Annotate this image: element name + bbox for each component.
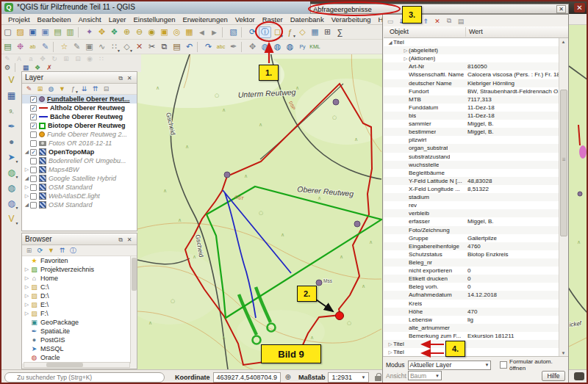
result-row-begleitb-ume[interactable]: Begleitbäume — [384, 169, 559, 177]
layer-checkbox[interactable]: ✓ — [30, 149, 37, 156]
deselect-all-icon[interactable]: ◇ — [296, 26, 309, 38]
map-tips-icon[interactable]: ✎ — [39, 41, 51, 53]
vertex-tool-icon[interactable]: ◇▼ — [121, 41, 133, 53]
add-wcs-icon[interactable]: ◍ — [4, 181, 19, 195]
print-response-icon[interactable]: ▤ — [455, 16, 467, 26]
modus-select[interactable]: Aktueller Layer▼ — [408, 361, 492, 370]
browser-item-home[interactable]: ▷⌂Home — [22, 274, 137, 283]
clear-results-icon[interactable]: ✕ — [431, 16, 443, 26]
result-row-beleg-vorh[interactable]: Beleg vorh.0 — [384, 283, 559, 291]
open-attribute-table-icon[interactable]: ▦ — [309, 26, 321, 38]
result-row-alte-artnummer[interactable]: alte_artnummer — [384, 324, 559, 332]
layer-checkbox[interactable] — [30, 202, 37, 209]
label-options-icon[interactable]: abc — [215, 41, 227, 53]
result-row-bis[interactable]: bis11-Dez-18 — [384, 112, 559, 120]
expander-icon[interactable]: ▷ — [24, 275, 30, 281]
float-panel-icon[interactable]: ⧉ — [116, 73, 125, 81]
layer-item-opentopomap[interactable]: ◢✓OpenTopoMap — [22, 148, 137, 156]
manage-map-themes-icon[interactable]: ◍ — [46, 84, 57, 94]
browser-item-geopackage[interactable]: ▣GeoPackage — [22, 318, 137, 327]
result-row-funddatum[interactable]: Funddatum11-Dez-18 — [384, 104, 559, 112]
layer-checkbox[interactable]: ✓ — [30, 114, 37, 120]
add-mssql-icon[interactable]: ➤▼ — [4, 151, 19, 164]
menu-item-layer[interactable]: Layer — [105, 15, 130, 23]
result-row-aufnahmedatum[interactable]: Aufnahmedatum14.12.2018 — [384, 291, 559, 299]
add-selected-layers-icon[interactable]: ⊞ — [24, 246, 35, 256]
result-row-aktionen[interactable]: ▷(Aktionen) — [384, 54, 559, 62]
menu-item-vektor[interactable]: Vektor — [232, 15, 259, 23]
hilfe-button[interactable]: Hilfe — [542, 371, 565, 381]
layer-item-osm-standard[interactable]: ◢OSM Standard — [22, 200, 137, 209]
add-wms-icon[interactable]: ◍▼ — [4, 166, 19, 179]
menu-item-projekt[interactable]: Projekt — [4, 15, 34, 23]
result-row-lebensw[interactable]: Lebenswlig — [384, 316, 559, 324]
expander-icon[interactable]: ▷ — [387, 341, 393, 347]
label-hide-icon[interactable]: a — [25, 55, 37, 63]
zoom-next-icon[interactable]: ► — [208, 26, 220, 38]
layer-item-biotope-oberer-reutweg[interactable]: ✓Biotope Oberer Reutweg — [22, 121, 137, 130]
result-row-nicht-exportieren[interactable]: nicht exportieren0 — [384, 267, 559, 275]
dropdown-arrow-icon[interactable]: ▼ — [15, 175, 19, 179]
cut-features-icon[interactable]: ✂ — [146, 41, 158, 53]
new-project-icon[interactable]: ▢ — [1, 26, 14, 38]
style-manager-icon[interactable]: ✦ — [83, 26, 96, 38]
plugin-tool-4-icon[interactable]: ✗ — [43, 64, 55, 72]
kml-tools-icon[interactable]: KML — [309, 41, 321, 53]
add-feature-icon[interactable]: ∷▼ — [108, 41, 121, 53]
delete-selected-icon[interactable]: ✕ — [133, 41, 146, 53]
result-row-substratzustand[interactable]: substratzustand — [384, 153, 559, 161]
float-panel-icon[interactable]: ⧉ — [116, 235, 125, 243]
undo-icon[interactable]: ↶ — [183, 41, 196, 53]
collapse-all-icon[interactable]: ⇈ — [90, 84, 101, 94]
browser-item-favoriten[interactable]: ★Favoriten — [22, 256, 137, 265]
plugin-tool-3-icon[interactable]: ❖ — [32, 64, 43, 72]
plugin-tool-1-icon[interactable]: ⚙ — [1, 64, 13, 72]
label-move-icon[interactable]: ✥ — [37, 55, 49, 63]
digitize-curve-icon[interactable]: ∿ — [96, 41, 108, 53]
menu-item-verarbeitung[interactable]: Verarbeitung — [328, 15, 375, 23]
expander-icon[interactable]: ▷ — [403, 56, 409, 62]
properties-info-icon[interactable]: ⓘ — [68, 246, 79, 256]
filter-browser-icon[interactable]: ▼ — [46, 246, 57, 256]
formular-checkbox[interactable] — [500, 361, 507, 369]
copy-features-icon[interactable]: ⧉ — [158, 41, 171, 53]
layer-item-google-satellite-hybrid[interactable]: ◢Google Satellite Hybrid — [22, 174, 137, 183]
expander-icon[interactable]: ◢ — [387, 40, 393, 46]
layer-checkbox[interactable] — [30, 175, 37, 182]
expander-icon[interactable]: ◢ — [24, 175, 30, 181]
web-globe-icon[interactable]: ◍ — [271, 41, 284, 53]
toggle-editing-icon[interactable]: ✎ — [71, 41, 83, 53]
browser-item-f[interactable]: ▷▨F:\ — [22, 309, 137, 318]
expander-icon[interactable]: ▷ — [24, 267, 30, 272]
layer-checkbox[interactable] — [30, 193, 37, 200]
add-wfs-icon[interactable]: ◍▼ — [4, 197, 19, 210]
open-layer-styling-icon[interactable]: ✎ — [24, 84, 35, 94]
result-row-foto-zeichnung[interactable]: Foto/Zeichnung — [384, 226, 559, 234]
browser-item-mssql[interactable]: ➤MSSQL — [22, 344, 137, 353]
statistical-summary-icon[interactable]: ∑ — [334, 26, 346, 38]
result-row-kreis[interactable]: Kreis — [384, 300, 559, 308]
layer-checkbox[interactable] — [30, 140, 37, 147]
label-grid-icon[interactable]: ∷ — [96, 55, 107, 63]
koordinate-value[interactable]: 463927.4,5408704.9 — [213, 372, 281, 383]
copy-feature-icon[interactable]: ⧉ — [443, 16, 455, 26]
layer-item-webatlasde-light[interactable]: ▷WebAtlasDE.light — [22, 192, 137, 200]
web-globe-2-icon[interactable]: ◍ — [284, 41, 296, 53]
new-print-layout-icon[interactable]: ▤ — [51, 26, 64, 38]
new-vector-layer-icon[interactable]: V — [4, 73, 19, 87]
dropdown-arrow-icon[interactable]: ▼ — [15, 206, 19, 210]
filter-by-expression-icon[interactable]: ƒ▼ — [68, 84, 79, 94]
browser-item-c[interactable]: ▷▨C:\ — [22, 283, 137, 291]
window-close-button[interactable]: ✕ — [574, 3, 585, 12]
result-row-eingabereihenfolge[interactable]: Eingabereihenfolge4760 — [384, 242, 559, 250]
result-row-deutscher-name[interactable]: deutscher NameKlebriger Hörnling — [384, 79, 559, 87]
layer-item-funde-oberer-reutweg-2[interactable]: Funde Oberer Reutweg 2... — [22, 130, 137, 139]
expander-icon[interactable]: ▷ — [24, 302, 30, 308]
menu-item-ansicht[interactable]: Ansicht — [75, 15, 105, 23]
result-row-stadium[interactable]: stadium — [384, 193, 559, 201]
layer-checkbox[interactable] — [30, 167, 37, 173]
identify-results-close-icon[interactable]: ✕ — [556, 5, 566, 13]
move-label-icon[interactable]: ✥ — [246, 41, 259, 53]
zoom-out-icon[interactable]: ⊖ — [133, 26, 146, 38]
add-delimited-text-icon[interactable]: 9, — [4, 104, 19, 117]
